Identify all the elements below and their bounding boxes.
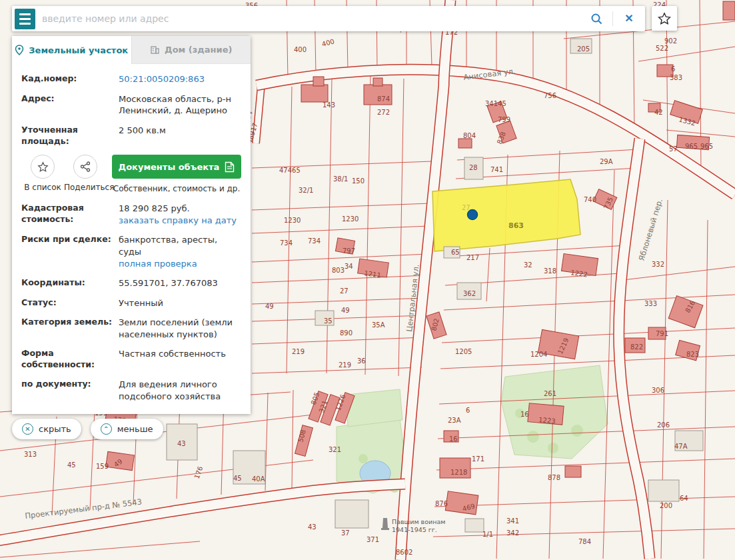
- parcel-number: 29A: [600, 158, 613, 165]
- parcel-number: 341: [506, 517, 519, 525]
- star-icon: [659, 13, 670, 23]
- parcel-number: 797: [343, 247, 355, 255]
- parcel-number: 1205: [455, 348, 472, 355]
- parcel-number: 35: [324, 317, 333, 325]
- parcel-number: 1/1: [482, 531, 493, 538]
- parcel-number: 47465: [279, 167, 301, 174]
- object-documents-button[interactable]: Документы объекта: [112, 155, 241, 179]
- cad-number-row: Кад.номер: 50:21:0050209:863: [21, 73, 241, 85]
- actions-row: В список Поделиться Документы объекта Со…: [21, 155, 241, 193]
- parcel-number: 38/1: [333, 175, 348, 183]
- parcel-number: 902: [664, 37, 677, 45]
- menu-button[interactable]: [15, 9, 35, 29]
- parcel-number: 1223: [538, 416, 556, 425]
- parcel-number: 522: [656, 45, 668, 52]
- parcel-number: 16: [520, 411, 529, 418]
- parcel-number: 49: [265, 303, 274, 310]
- ownership-row: Форма собственности: Частная собственнос…: [21, 348, 241, 371]
- search-input[interactable]: [42, 13, 580, 24]
- parcel-number: 734: [308, 237, 321, 245]
- cadastral-cost-label: Кадастровая стоимость:: [21, 203, 119, 226]
- parcel-number: 47A: [674, 443, 688, 450]
- parcel-number: 57: [669, 145, 678, 153]
- parcel-number: 45: [233, 475, 242, 482]
- share-button[interactable]: Поделиться: [64, 155, 107, 192]
- parcel-number: 45: [67, 461, 76, 469]
- parcel-number: 863: [508, 221, 524, 230]
- parcel-number: 965: [685, 143, 698, 150]
- parcel-number: 371: [367, 536, 379, 543]
- parcel-number: 804: [463, 132, 476, 139]
- parcel-number: 878: [548, 474, 560, 481]
- status-row: Статус: Учтенный: [21, 297, 241, 309]
- add-to-list-label: В список: [21, 183, 64, 192]
- parcel-number: 27: [340, 287, 349, 295]
- risks-value: банкротства, аресты, суды: [119, 234, 241, 257]
- parcel-number: 799: [498, 116, 510, 123]
- search-bar: ✕: [12, 6, 645, 31]
- tab-building[interactable]: Дом (здание): [131, 36, 251, 64]
- area-value: 2 500 кв.м: [119, 125, 241, 147]
- documents-caption: Собственник, стоимость и др.: [112, 184, 241, 193]
- parcel-number: 1230: [284, 217, 301, 224]
- order-certificate-link[interactable]: заказать справку на дату: [119, 215, 237, 227]
- parcel-number: 362: [463, 290, 476, 297]
- location-pin-icon: [15, 45, 24, 55]
- parcel-number: 40A: [252, 475, 265, 483]
- less-label: меньше: [117, 424, 153, 434]
- cad-number-label: Кад.номер:: [21, 73, 119, 85]
- ownership-value: Частная собственность: [119, 348, 241, 371]
- parcel-number: 261: [544, 390, 556, 397]
- parcel-number: 874: [377, 95, 390, 103]
- parcel-number: 6: [671, 65, 675, 73]
- parcel-number: 890: [340, 329, 353, 337]
- full-check-link[interactable]: полная проверка: [119, 258, 197, 270]
- collapse-panel-button[interactable]: ⌃ меньше: [91, 419, 163, 439]
- parcel-number: 36: [357, 357, 366, 365]
- add-to-list-button[interactable]: В список: [21, 155, 64, 192]
- parcel-number: 313: [24, 451, 37, 458]
- area-label: Уточненная площадь:: [21, 125, 119, 147]
- parcel-number: 965: [700, 143, 713, 150]
- parcel-number: 43: [308, 523, 317, 531]
- parcel-number: 65: [451, 249, 460, 256]
- cadastral-cost-row: Кадастровая стоимость: 18 290 825 руб. з…: [21, 203, 241, 226]
- tab-land-parcel[interactable]: Земельный участок: [12, 36, 131, 64]
- parcel-number: 8602: [396, 549, 412, 556]
- coordinates-row: Координаты: 55.591701, 37.767083: [21, 277, 241, 289]
- land-category-value: Земли поселений (земли населенных пункто…: [119, 317, 241, 340]
- parcel-number: 318: [544, 267, 556, 275]
- land-category-row: Категория земель: Земли поселений (земли…: [21, 317, 241, 340]
- parcel-number: 32/1: [299, 187, 313, 194]
- parcel-number: 876: [435, 500, 448, 507]
- parcel-number: 1218: [450, 469, 467, 476]
- memorial-label-line2: 1941-1945 гг.: [392, 526, 437, 533]
- area-row: Уточненная площадь: 2 500 кв.м: [21, 125, 241, 147]
- cad-number-link[interactable]: 50:21:0050209:863: [119, 73, 205, 85]
- address-label: Адрес:: [21, 93, 119, 117]
- parcel-number: 332: [652, 261, 664, 268]
- parcel-number: 200: [660, 502, 672, 509]
- parcel-number: 34145: [485, 100, 506, 107]
- info-panel: Земельный участок Дом (здание) Кад.номер…: [12, 36, 251, 414]
- parcel-number: 383: [670, 74, 682, 81]
- by-document-label: по документу:: [21, 379, 119, 402]
- parcel-number: 143: [323, 101, 335, 109]
- clear-search-icon[interactable]: ✕: [620, 9, 638, 28]
- chevron-up-circle-icon: ⌃: [101, 423, 112, 435]
- memorial-label-line1: Павшим воинам: [392, 518, 445, 525]
- hide-panel-button[interactable]: ✕ скрыть: [12, 419, 81, 439]
- star-outline-icon: [37, 161, 49, 173]
- cadastral-map-app: Павшим воинам 1941-1945 гг. Анисовая ул.…: [0, 0, 735, 560]
- parcel-number: 823: [686, 351, 699, 358]
- address-value: Московская область, р-н Ленинский, д. Ащ…: [119, 93, 241, 117]
- parcel-number: 43: [177, 440, 186, 447]
- parcel-number: 32: [524, 261, 532, 269]
- parcel-number: 791: [656, 330, 668, 337]
- parcel-number: 35A: [372, 321, 385, 329]
- parcel-number: 219: [339, 361, 351, 369]
- search-icon[interactable]: [587, 9, 606, 28]
- favorites-star-button[interactable]: [652, 6, 677, 31]
- by-document-value: Для ведения личного подсобного хозяйства: [119, 379, 241, 402]
- parcel-number: 734: [280, 239, 293, 247]
